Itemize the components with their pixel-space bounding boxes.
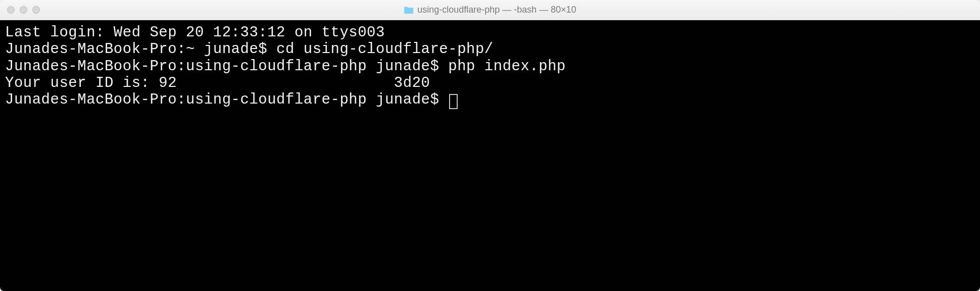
terminal-window: using-cloudflare-php — -bash — 80×10 Las… (0, 0, 980, 291)
window-controls (7, 6, 40, 14)
terminal-prompt: Junades-MacBook-Pro:using-cloudflare-php… (5, 91, 448, 108)
terminal-line: Your user ID is: 92 3d20 (5, 75, 975, 91)
terminal-line: Last login: Wed Sep 20 12:33:12 on ttys0… (5, 24, 975, 41)
window-title-text: using-cloudflare-php — -bash — 80×10 (417, 5, 576, 15)
window-title: using-cloudflare-php — -bash — 80×10 (404, 5, 576, 15)
terminal-line: Junades-MacBook-Pro:using-cloudflare-php… (5, 58, 975, 75)
terminal-prompt-line: Junades-MacBook-Pro:using-cloudflare-php… (5, 91, 975, 108)
terminal-line: Junades-MacBook-Pro:~ junade$ cd using-c… (5, 41, 975, 58)
terminal-body[interactable]: Last login: Wed Sep 20 12:33:12 on ttys0… (0, 20, 980, 291)
close-button[interactable] (7, 6, 15, 14)
terminal-cursor (449, 94, 458, 109)
window-titlebar: using-cloudflare-php — -bash — 80×10 (0, 0, 980, 20)
zoom-button[interactable] (32, 6, 40, 14)
folder-icon (404, 6, 414, 14)
minimize-button[interactable] (20, 6, 27, 14)
